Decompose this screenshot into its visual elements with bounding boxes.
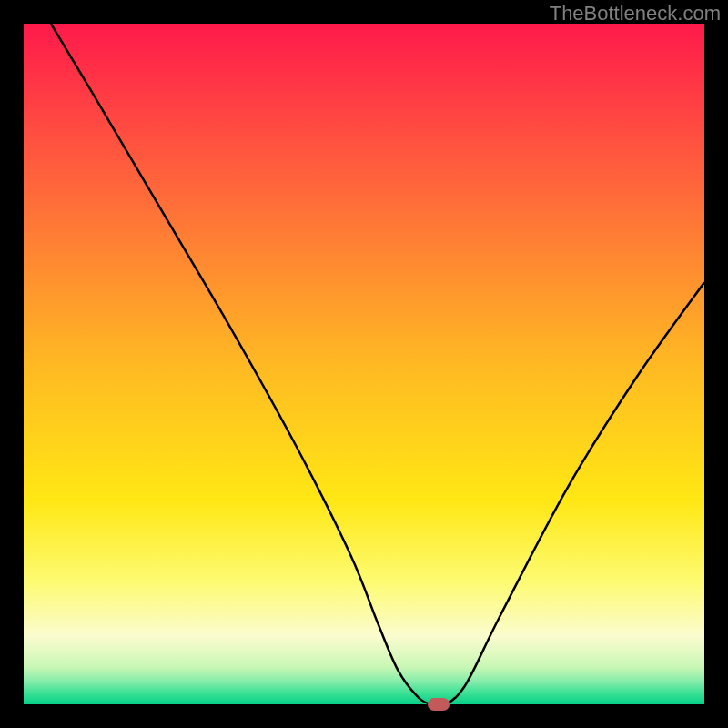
watermark-text: TheBottleneck.com bbox=[550, 2, 721, 25]
optimal-point-marker bbox=[428, 698, 450, 711]
chart-area bbox=[24, 24, 704, 704]
bottleneck-curve bbox=[24, 24, 704, 704]
